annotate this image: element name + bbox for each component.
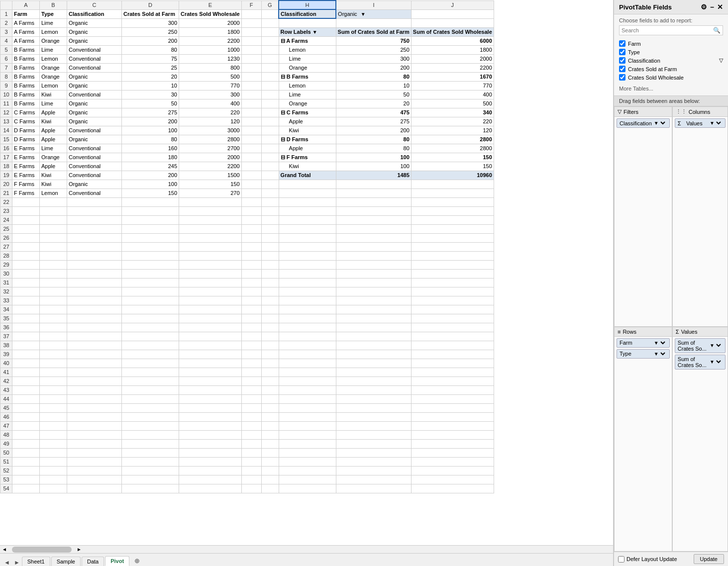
col-header-E[interactable]: E [179, 0, 242, 9]
cell-D1[interactable]: Crates Sold at Farm [122, 9, 179, 18]
col-header-C[interactable]: C [67, 0, 122, 9]
more-tables-link[interactable]: More Tables... [614, 84, 728, 95]
search-input[interactable] [622, 27, 713, 33]
filter-classification-dropdown[interactable]: ▼ [652, 120, 667, 126]
tab-data[interactable]: Data [82, 557, 104, 566]
scroll-left-icon[interactable]: ◄ [0, 547, 9, 552]
cell-A1[interactable]: Farm [12, 9, 40, 18]
pivot-col-wholesale-header[interactable]: Sum of Crates Sold Wholesale [411, 27, 494, 36]
h-scroll-thumb[interactable] [12, 547, 72, 553]
table-row: 33 [0, 296, 494, 305]
area-columns-label: Columns [689, 109, 710, 115]
area-columns: ⋮⋮ Columns Σ Values ▼ [672, 106, 728, 327]
area-row-type[interactable]: Type ▼ [617, 349, 670, 359]
filter-dropdown-icon[interactable]: ▼ [361, 11, 366, 17]
table-row: 31 [0, 278, 494, 287]
col-header-F[interactable]: F [241, 0, 261, 9]
table-row: 8 B Farms Orange Organic 20 500 ⊟ B Farm… [0, 72, 494, 81]
cell-J2[interactable] [411, 18, 494, 27]
pivot-afarms-farm[interactable]: 750 [336, 36, 411, 45]
table-row: 27 [0, 242, 494, 251]
cell-B1[interactable]: Type [40, 9, 67, 18]
search-box[interactable]: 🔍 [619, 25, 723, 35]
cell-J1[interactable] [411, 9, 494, 18]
cell-C2[interactable]: Organic [67, 18, 122, 27]
col-header-G[interactable]: G [261, 0, 279, 9]
cell-D2[interactable]: 300 [122, 18, 179, 27]
col-header-J[interactable]: J [411, 0, 494, 9]
col-header-B[interactable]: B [40, 0, 67, 9]
field-item-farm: Farm [619, 39, 723, 48]
pivot-row-labels-header[interactable]: Row Labels ▼ [279, 27, 336, 36]
filter-funnel-icon[interactable]: ▽ [719, 57, 723, 64]
table-row: 32 [0, 287, 494, 296]
table-row: 25 [0, 224, 494, 233]
table-row: 2 A Farms Lime Organic 300 2000 [0, 18, 494, 27]
defer-layout-checkbox[interactable] [618, 556, 624, 563]
pivot-grand-total-wholesale[interactable]: 10960 [411, 171, 494, 180]
filter-area-icon: ▽ [618, 108, 622, 115]
table-row: 17 E Farms Orange Conventional 180 2000 … [0, 153, 494, 162]
close-icon[interactable]: ✕ [717, 3, 723, 11]
field-checkbox-type[interactable] [619, 49, 625, 55]
tab-nav-right[interactable]: ► [12, 559, 22, 566]
h-scrollbar[interactable]: ◄ ► [0, 545, 613, 553]
grid-wrapper[interactable]: A B C D E F G H I J 1 [0, 0, 613, 545]
field-checkbox-classification[interactable] [619, 57, 625, 64]
cell-H2[interactable] [279, 18, 336, 27]
cell-C1[interactable]: Classification [67, 9, 122, 18]
table-row: 16 E Farms Lime Conventional 160 2700 Ap… [0, 144, 494, 153]
tab-sample[interactable]: Sample [51, 557, 81, 566]
col-header-I[interactable]: I [336, 0, 411, 9]
cell-A2[interactable]: A Farms [12, 18, 40, 27]
tab-pivot[interactable]: Pivot [105, 556, 129, 566]
gear-icon[interactable]: ⚙ [701, 3, 707, 11]
field-item-classification: Classification ▽ [619, 56, 723, 65]
defer-layout-label[interactable]: Defer Layout Update [618, 556, 677, 563]
tab-sheet1[interactable]: Sheet1 [22, 557, 50, 566]
field-checkbox-crates-wholesale[interactable] [619, 74, 625, 81]
col-header-A[interactable]: A [12, 0, 40, 9]
columns-area-icon: ⋮⋮ [676, 108, 687, 115]
area-rows: ≡ Rows Farm ▼ Type ▼ [614, 327, 672, 552]
row-farm-dropdown[interactable]: ▼ [652, 340, 667, 346]
update-button[interactable]: Update [694, 554, 724, 564]
pivot-grand-total-farm[interactable]: 1485 [336, 171, 411, 180]
pivot-grand-total-label[interactable]: Grand Total [279, 171, 336, 180]
tab-nav-left[interactable]: ◄ [2, 559, 12, 566]
pivot-afarms-wholesale[interactable]: 6000 [411, 36, 494, 45]
area-rows-body: Farm ▼ Type ▼ [615, 337, 672, 552]
col-header-H[interactable]: H [279, 0, 336, 9]
cell-B2[interactable]: Lime [40, 18, 67, 27]
field-checkbox-crates-farm[interactable] [619, 66, 625, 72]
area-value-crates-wholesale[interactable]: Sum of Crates So... ▼ [675, 355, 726, 370]
value-crates-farm-dropdown[interactable]: ▼ [708, 342, 723, 349]
field-checkbox-farm[interactable] [619, 40, 625, 47]
cell-E1[interactable]: Crates Sold Wholesale [179, 9, 242, 18]
area-value-crates-farm[interactable]: Sum of Crates So... ▼ [675, 338, 726, 353]
cell-I2[interactable] [336, 18, 411, 27]
table-row: 40 [0, 359, 494, 368]
cell-E2[interactable]: 2000 [179, 18, 242, 27]
cell-H1[interactable]: Classification [279, 9, 336, 18]
cell-I1[interactable]: Organic ▼ [336, 9, 411, 18]
cell-F1[interactable] [241, 9, 261, 18]
area-filters-label: Filters [624, 109, 638, 115]
area-filter-classification[interactable]: Classification ▼ [617, 118, 670, 128]
minimize-icon[interactable]: – [710, 3, 714, 11]
table-row: 53 [0, 475, 494, 484]
pivot-col-farm-header[interactable]: Sum of Crates Sold at Farm [336, 27, 411, 36]
value-crates-wholesale-dropdown[interactable]: ▼ [708, 359, 723, 365]
table-row: 22 [0, 197, 494, 206]
scroll-right-icon[interactable]: ► [75, 547, 84, 552]
filter-classification-label: Classification [620, 120, 652, 126]
tab-add-button[interactable]: ⊕ [130, 556, 144, 566]
table-row: 15 D Farms Apple Organic 80 2800 ⊟ D Far… [0, 135, 494, 144]
col-header-D[interactable]: D [122, 0, 179, 9]
area-row-farm[interactable]: Farm ▼ [617, 338, 670, 348]
row-type-dropdown[interactable]: ▼ [652, 351, 667, 357]
col-values-dropdown[interactable]: ▼ [708, 120, 723, 126]
pivot-afarms-label[interactable]: ⊟ A Farms [279, 36, 336, 45]
cell-G1[interactable] [261, 9, 279, 18]
area-col-values[interactable]: Σ Values ▼ [675, 118, 726, 128]
